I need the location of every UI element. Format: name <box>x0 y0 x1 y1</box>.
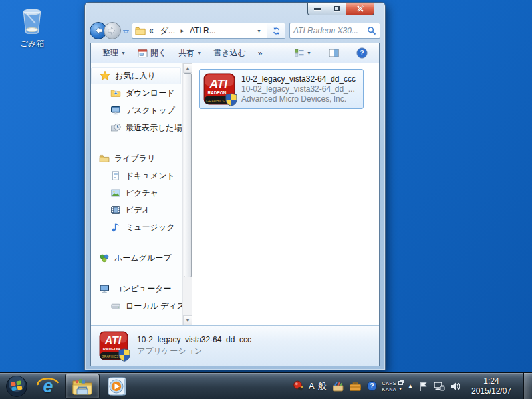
scrollbar-thumb[interactable] <box>184 73 192 277</box>
scroll-down-icon[interactable]: ▼ <box>183 315 192 325</box>
navigation-pane: お気に入り ダウンロード <box>91 63 182 325</box>
recycle-bin-label: ごみ箱 <box>11 38 53 49</box>
application-icon <box>138 49 148 58</box>
desktop-icon <box>110 105 121 116</box>
preview-pane-button[interactable] <box>323 46 345 60</box>
file-item-selected[interactable]: ATI RADEON GRAPHICS <box>199 69 364 109</box>
refresh-button[interactable] <box>267 23 285 39</box>
close-icon <box>356 5 364 12</box>
breadcrumb-parent[interactable]: ダ... <box>157 25 178 37</box>
sidebar-item-downloads[interactable]: ダウンロード <box>91 84 182 102</box>
views-icon <box>295 49 304 57</box>
sidebar-item-documents[interactable]: ドキュメント <box>91 167 182 184</box>
breadcrumb-current[interactable]: ATI R... <box>186 26 219 35</box>
recycle-bin-icon <box>17 25 47 37</box>
search-input[interactable]: ATI Radeon X30... <box>293 26 367 35</box>
change-view-button[interactable]: ▼ <box>289 46 317 60</box>
downloads-folder-icon <box>110 88 121 98</box>
sidebar-item-label: ライブラリ <box>114 153 155 164</box>
maximize-button[interactable] <box>327 3 346 15</box>
ime-pad-icon[interactable] <box>332 380 344 392</box>
sidebar-item-local-disk[interactable]: ローカル ディス <box>91 297 182 315</box>
uac-shield-icon <box>225 93 237 106</box>
sidebar-item-desktop[interactable]: デスクトップ <box>91 102 182 119</box>
breadcrumb-separator-icon[interactable]: ► <box>178 28 186 34</box>
clock-date: 2015/12/07 <box>468 386 515 396</box>
recent-pages-dropdown[interactable] <box>123 25 129 37</box>
organize-button[interactable]: 整理 ▼ <box>96 45 132 61</box>
sidebar-item-recent-places[interactable]: 最近表示した場所 <box>91 119 182 136</box>
sidebar-item-videos[interactable]: ビデオ <box>91 201 182 219</box>
computer-icon <box>99 283 110 294</box>
sidebar-item-label: 最近表示した場所 <box>126 122 182 134</box>
share-button[interactable]: 共有 ▼ <box>172 45 207 61</box>
sidebar-item-computer[interactable]: コンピューター <box>91 280 182 297</box>
taskbar-clock[interactable]: 1:24 2015/12/07 <box>468 376 515 396</box>
ime-pen-icon[interactable] <box>293 380 304 392</box>
forward-arrow-icon <box>108 27 117 35</box>
preview-pane-icon <box>329 49 339 57</box>
search-box[interactable]: ATI Radeon X30... <box>289 23 380 39</box>
maximize-icon <box>334 6 340 11</box>
burn-button[interactable]: 書き込む <box>207 45 252 61</box>
recycle-bin[interactable]: ごみ箱 <box>11 4 53 49</box>
desktop: ごみ箱 <box>0 0 532 399</box>
sidebar-item-label: ミュージック <box>126 222 174 233</box>
system-tray: A 般 ? CAPS KA <box>293 373 532 399</box>
sidebar-item-label: ローカル ディス <box>126 301 182 312</box>
taskbar-explorer[interactable] <box>65 374 100 399</box>
command-bar: 整理 ▼ 開く 共有 ▼ 書き込む <box>91 43 379 63</box>
taskbar: e <box>0 372 532 399</box>
ati-installer-icon: ATI RADEON GRAPHICS <box>99 331 128 360</box>
file-name: 10-2_legacy_vista32-64_dd_ccc <box>241 74 356 84</box>
scrollbar-track[interactable] <box>183 277 192 315</box>
svg-text:GRAPHICS: GRAPHICS <box>102 355 118 358</box>
sidebar-item-label: ビデオ <box>126 205 150 216</box>
ime-help-icon[interactable]: ? <box>366 380 378 392</box>
sidebar-item-libraries[interactable]: ライブラリ <box>91 150 182 167</box>
share-label: 共有 <box>178 47 194 59</box>
ime-dictionary-tool-icon[interactable] <box>349 381 362 392</box>
open-button[interactable]: 開く <box>132 45 172 61</box>
help-icon: ? <box>356 47 368 59</box>
network-status-icon[interactable] <box>433 381 445 392</box>
address-bar[interactable]: « ダ... ► ATI R... ▼ <box>132 23 267 39</box>
language-options-dropdown-icon[interactable]: ▼ <box>398 386 403 392</box>
minimize-button[interactable] <box>307 3 327 15</box>
help-button[interactable]: ? <box>350 45 374 61</box>
sidebar-item-music[interactable]: ミュージック <box>91 219 182 236</box>
ime-mode-indicator[interactable]: A 般 <box>309 380 327 392</box>
caps-indicator: CAPS <box>382 380 396 386</box>
music-note-icon <box>110 222 121 233</box>
sidebar-item-label: ホームグループ <box>114 253 171 264</box>
start-button[interactable] <box>3 373 31 399</box>
svg-text:ATI: ATI <box>104 335 122 346</box>
kana-indicator: KANA <box>382 386 396 392</box>
sidebar-scrollbar[interactable]: ▲ ▼ <box>182 63 192 325</box>
toolbar-overflow-button[interactable]: » <box>252 46 269 61</box>
language-bar-indicators[interactable]: CAPS KANA ▼ <box>382 380 403 392</box>
sidebar-item-homegroup[interactable]: ホームグループ <box>91 249 182 267</box>
forward-button[interactable] <box>104 22 121 39</box>
clock-time: 1:24 <box>468 376 515 386</box>
volume-icon[interactable] <box>450 381 461 392</box>
window-controls <box>307 3 374 15</box>
open-label: 開く <box>150 47 166 59</box>
sidebar-item-favorites[interactable]: お気に入り <box>91 67 181 84</box>
taskbar-media-player[interactable] <box>100 373 134 399</box>
taskbar-internet-explorer[interactable]: e <box>31 373 65 399</box>
address-dropdown-icon[interactable]: ▼ <box>254 29 264 33</box>
media-player-icon <box>106 376 128 397</box>
folder-icon <box>135 26 146 35</box>
breadcrumb-overflow[interactable]: « <box>146 26 157 35</box>
scroll-up-icon[interactable]: ▲ <box>183 63 192 73</box>
action-center-flag-icon[interactable] <box>418 381 428 392</box>
close-button[interactable] <box>346 3 374 15</box>
chevron-down-icon <box>123 30 129 34</box>
show-desktop-button[interactable] <box>523 373 532 399</box>
show-hidden-icons-button[interactable]: ▲ <box>408 383 413 389</box>
search-icon[interactable] <box>367 26 376 35</box>
sidebar-item-pictures[interactable]: ピクチャ <box>91 184 182 201</box>
restore-language-bar-icon[interactable] <box>398 381 403 385</box>
file-detail-2: Advanced Micro Devices, Inc. <box>241 94 356 104</box>
